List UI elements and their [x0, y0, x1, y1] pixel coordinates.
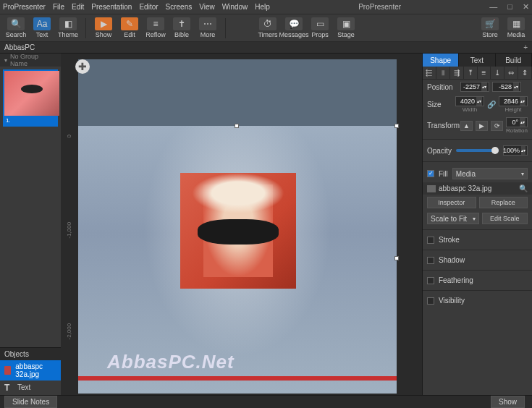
menu-editor[interactable]: Editor — [139, 3, 158, 11]
align-center-h[interactable]: ⦀ — [436, 67, 450, 79]
shadow-row[interactable]: Shadow — [423, 253, 532, 267]
menu-app[interactable]: ProPresenter — [3, 3, 46, 11]
fill-row: Fill Media — [423, 165, 532, 182]
search-icon: 🔍 — [7, 17, 25, 30]
align-bottom[interactable]: ⤓ — [491, 67, 504, 79]
window-title: ProPresenter — [270, 3, 489, 11]
media-button[interactable]: ▦Media — [504, 16, 528, 41]
theme-button[interactable]: ◧Theme — [56, 16, 80, 41]
tab-build[interactable]: Build — [496, 54, 532, 67]
search-media-icon[interactable]: 🔍 — [519, 184, 528, 192]
menu-file[interactable]: File — [53, 3, 64, 11]
flip-v-button[interactable]: ▶ — [476, 121, 488, 131]
distribute-h[interactable]: ⇔ — [504, 67, 518, 79]
transform-row: Transform ▲ ▶ ⟳ 0°▴▾ Rotation — [423, 115, 532, 136]
visibility-row[interactable]: Visibility — [423, 294, 532, 307]
transform-label: Transform — [427, 122, 457, 129]
feathering-row[interactable]: Feathering — [423, 273, 532, 287]
props-icon: ▭ — [311, 17, 329, 30]
show-button-bottom[interactable]: Show — [491, 396, 525, 408]
bible-button[interactable]: ✝Bible — [170, 16, 193, 41]
align-top[interactable]: ⤒ — [464, 67, 478, 79]
rotation-field[interactable]: 0°▴▾ — [506, 117, 528, 127]
inspector-panel: Shape Text Build ⬱ ⦀ ⇶ ⤒ ≡ ⤓ ⇔ ⇕ Positio… — [422, 54, 532, 408]
maximize-button[interactable]: □ — [507, 2, 512, 12]
close-button[interactable]: ✕ — [523, 2, 529, 12]
width-field[interactable]: 4020▴▾ — [455, 96, 484, 106]
ruler-vertical: 0-1,000-2,000 — [64, 82, 74, 385]
slide-thumbnail[interactable]: 1. — [3, 69, 58, 127]
stage-icon: ▣ — [337, 17, 355, 30]
document-tab[interactable]: AbbasPC — [4, 43, 35, 51]
hair-shape — [192, 173, 284, 213]
menu-help[interactable]: Help — [255, 3, 270, 11]
object-item-text[interactable]: TText — [0, 381, 61, 394]
position-y-field[interactable]: -528▴▾ — [492, 82, 521, 92]
menu-edit[interactable]: Edit — [72, 3, 84, 11]
fill-media-row: abbaspc 32a.jpg 🔍 — [423, 182, 532, 195]
theme-icon: ◧ — [59, 17, 77, 30]
menu-screens[interactable]: Screens — [166, 3, 193, 11]
message-icon: 💬 — [285, 17, 303, 30]
scale-mode-dropdown[interactable]: Scale to Fit — [427, 213, 479, 224]
menu-window[interactable]: Window — [222, 3, 248, 11]
edit-button[interactable]: ✎Edit — [118, 16, 141, 41]
shadow-checkbox[interactable] — [427, 257, 434, 264]
group-header[interactable]: No Group Name — [0, 54, 61, 67]
fill-replace-button[interactable]: Replace — [479, 197, 528, 208]
align-center-v[interactable]: ≡ — [478, 67, 491, 79]
position-label: Position — [427, 83, 457, 91]
inspector-bottom-bar: Slide Notes Show — [422, 395, 532, 408]
object-item-image[interactable]: abbaspc 32a.jpg — [0, 360, 61, 381]
canvas-area[interactable]: ✚ 0-1,000-2,000 AbbasPC.Net — [61, 54, 422, 396]
toolbar: 🔍Search AaText ◧Theme ▶Show ✎Edit ≡Reflo… — [0, 14, 532, 42]
search-button[interactable]: 🔍Search — [4, 16, 28, 41]
selected-image[interactable] — [180, 173, 296, 289]
fill-checkbox[interactable] — [427, 170, 434, 177]
minimize-button[interactable]: — — [489, 2, 497, 12]
visibility-checkbox[interactable] — [427, 297, 434, 305]
props-button[interactable]: ▭Props — [308, 16, 332, 41]
messages-button[interactable]: 💬Messages — [282, 16, 305, 41]
play-icon: ▶ — [95, 17, 112, 30]
tab-text[interactable]: Text — [459, 54, 495, 67]
show-button[interactable]: ▶Show — [92, 16, 115, 41]
align-left[interactable]: ⬱ — [423, 67, 436, 79]
canvas-panel: ✚ 0-1,000-2,000 AbbasPC.Net X: ----- Y: … — [61, 54, 422, 408]
more-button[interactable]: ⋯More — [196, 16, 219, 41]
add-element-button[interactable]: ✚ — [75, 59, 90, 74]
fill-type-dropdown[interactable]: Media — [452, 168, 528, 179]
menu-presentation[interactable]: Presentation — [91, 3, 132, 11]
edit-scale-button[interactable]: Edit Scale — [482, 213, 528, 224]
opacity-slider[interactable] — [456, 149, 499, 152]
height-field[interactable]: 2846▴▾ — [499, 96, 528, 106]
add-tab-button[interactable]: + — [523, 43, 528, 51]
fill-inspector-button[interactable]: Inspector — [427, 197, 476, 208]
more-icon: ⋯ — [199, 17, 216, 30]
feathering-checkbox[interactable] — [427, 277, 434, 284]
position-x-field[interactable]: -2257▴▾ — [460, 82, 489, 92]
stroke-checkbox[interactable] — [427, 237, 434, 244]
tab-shape[interactable]: Shape — [423, 54, 459, 67]
flip-h-button[interactable]: ▲ — [460, 121, 473, 131]
alignment-row: ⬱ ⦀ ⇶ ⤒ ≡ ⤓ ⇔ ⇕ — [423, 67, 532, 80]
rotate-button[interactable]: ⟳ — [491, 121, 503, 131]
opacity-field[interactable]: 100%▴▾ — [503, 145, 528, 156]
align-right[interactable]: ⇶ — [450, 67, 464, 79]
menu-view[interactable]: View — [199, 3, 215, 11]
document-tabs: AbbasPC + — [0, 42, 532, 54]
timers-button[interactable]: ⏱Timers — [256, 16, 279, 41]
resize-handle[interactable] — [394, 256, 399, 260]
resize-handle[interactable] — [235, 124, 239, 128]
distribute-v[interactable]: ⇕ — [518, 67, 532, 79]
height-sublabel: Height — [499, 106, 528, 113]
text-button[interactable]: AaText — [30, 16, 54, 41]
reflow-button[interactable]: ≡Reflow — [144, 16, 167, 41]
stroke-row[interactable]: Stroke — [423, 233, 532, 247]
store-button[interactable]: 🛒Store — [478, 16, 502, 41]
objects-header: Objects — [0, 347, 61, 360]
stage-button[interactable]: ▣Stage — [334, 16, 358, 41]
resize-handle[interactable] — [394, 124, 399, 128]
media-icon: ▦ — [507, 17, 525, 30]
lock-ratio-icon[interactable]: 🔗 — [487, 101, 496, 109]
